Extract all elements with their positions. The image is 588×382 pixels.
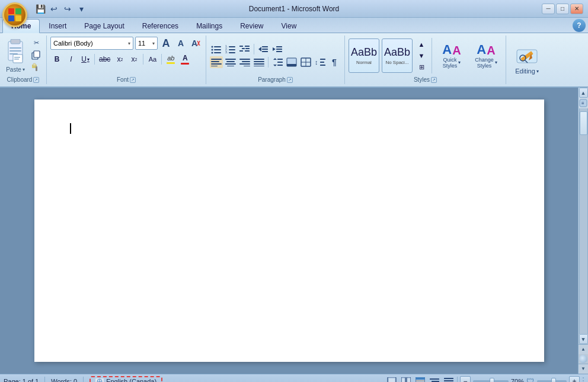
clipboard-expand-icon[interactable]: ↗ bbox=[33, 77, 39, 83]
scroll-thumb[interactable] bbox=[580, 111, 587, 135]
office-button[interactable] bbox=[2, 2, 27, 27]
style-normal-button[interactable]: AaBb Normal bbox=[349, 38, 379, 73]
language-selector[interactable]: English (Canada) bbox=[90, 376, 162, 383]
bold-button[interactable]: B bbox=[50, 53, 63, 66]
font-color-button[interactable]: A bbox=[178, 53, 191, 66]
browse-object-prev-button[interactable]: ≡ bbox=[579, 99, 587, 107]
svg-rect-7 bbox=[14, 59, 19, 60]
italic-button[interactable]: I bbox=[65, 53, 78, 66]
strikethrough-button[interactable]: abc bbox=[97, 53, 112, 66]
tab-mailings[interactable]: Mailings bbox=[187, 18, 231, 33]
subscript-button[interactable]: x2 bbox=[113, 53, 126, 66]
case-change-button[interactable]: Aa bbox=[146, 53, 159, 66]
redo-button[interactable]: ↪ bbox=[62, 3, 74, 15]
view-web-layout-button[interactable] bbox=[414, 376, 426, 383]
sort-button[interactable]: ↕ bbox=[314, 56, 327, 68]
styles-scroll-up-button[interactable]: ▲ bbox=[415, 40, 428, 49]
styles-group: AaBb Normal AaBb No Spaci... ▲ ▼ ⊞ bbox=[345, 36, 506, 84]
view-print-layout-button[interactable] bbox=[386, 376, 398, 383]
zoom-out-button[interactable]: − bbox=[460, 376, 471, 383]
line-spacing-button[interactable] bbox=[271, 56, 284, 68]
select-browse-object-button[interactable] bbox=[579, 355, 587, 363]
svg-rect-25 bbox=[229, 49, 235, 50]
styles-expand-icon[interactable]: ↗ bbox=[431, 77, 437, 83]
window-controls: ─ □ ✕ bbox=[542, 4, 583, 14]
scroll-track[interactable] bbox=[579, 108, 588, 334]
bullets-button[interactable] bbox=[210, 43, 223, 55]
zoom-slider[interactable] bbox=[473, 380, 509, 383]
font-shrink-button[interactable]: A bbox=[174, 37, 187, 50]
view-outline-button[interactable] bbox=[429, 376, 440, 383]
tab-review[interactable]: Review bbox=[231, 18, 272, 33]
restore-button[interactable]: □ bbox=[556, 4, 569, 14]
increase-indent-button[interactable] bbox=[271, 43, 284, 55]
change-styles-button[interactable]: A A ChangeStyles ▾ bbox=[470, 41, 502, 71]
clear-format-button[interactable]: A bbox=[189, 37, 202, 50]
browse-down-button[interactable]: ▼ bbox=[579, 364, 589, 374]
cut-button[interactable]: ✂ bbox=[30, 37, 43, 49]
svg-rect-12 bbox=[33, 63, 36, 66]
zoom-track-thumb[interactable] bbox=[551, 378, 556, 383]
font-expand-icon[interactable]: ↗ bbox=[130, 77, 136, 83]
svg-rect-50 bbox=[239, 59, 250, 60]
view-full-reading-button[interactable] bbox=[400, 376, 412, 383]
editing-button[interactable]: Editing ▾ bbox=[513, 43, 541, 77]
page-info: Page: 1 of 1 bbox=[4, 378, 39, 383]
tab-page-layout[interactable]: Page Layout bbox=[75, 18, 133, 33]
style-no-spacing-button[interactable]: AaBb No Spaci... bbox=[382, 38, 413, 73]
format-painter-button[interactable] bbox=[30, 62, 43, 73]
font-group: Calibri (Body) ▾ 11 ▾ A A A bbox=[47, 36, 206, 84]
justify-button[interactable] bbox=[253, 56, 266, 68]
multilevel-list-button[interactable] bbox=[238, 43, 251, 55]
document-page[interactable] bbox=[34, 99, 544, 362]
view-draft-button[interactable] bbox=[443, 376, 455, 383]
align-center-button[interactable] bbox=[224, 56, 237, 68]
save-button[interactable]: 💾 bbox=[34, 3, 46, 15]
close-button[interactable]: ✕ bbox=[570, 4, 583, 14]
copy-button[interactable] bbox=[30, 49, 43, 61]
svg-rect-45 bbox=[211, 66, 218, 66]
language-text: English (Canada) bbox=[106, 378, 156, 383]
resize-grip[interactable] bbox=[582, 376, 584, 383]
document-area: ▲ ≡ ▼ ▲ ▼ bbox=[0, 88, 588, 374]
svg-rect-64 bbox=[287, 64, 296, 66]
tab-view[interactable]: View bbox=[273, 18, 306, 33]
minimize-button[interactable]: ─ bbox=[542, 4, 555, 14]
tab-references[interactable]: References bbox=[133, 18, 187, 33]
show-marks-button[interactable]: ¶ bbox=[328, 56, 341, 68]
svg-rect-2 bbox=[9, 47, 21, 49]
decrease-indent-button[interactable] bbox=[257, 43, 270, 55]
tab-insert[interactable]: Insert bbox=[40, 18, 75, 33]
scroll-up-button[interactable]: ▲ bbox=[579, 88, 588, 98]
quick-styles-button[interactable]: A A QuickStyles ▾ bbox=[436, 41, 468, 71]
paste-label[interactable]: Paste ▾ bbox=[6, 66, 25, 73]
font-size-selector[interactable]: 11 ▾ bbox=[135, 37, 158, 50]
highlight-color-button[interactable]: ab bbox=[164, 53, 177, 66]
font-grow-button[interactable]: A bbox=[159, 37, 172, 50]
borders-button[interactable] bbox=[299, 56, 312, 68]
svg-text:3.: 3. bbox=[225, 50, 228, 54]
align-right-button[interactable] bbox=[238, 56, 251, 68]
numbering-button[interactable]: 1. 2. 3. bbox=[224, 43, 237, 55]
document-canvas[interactable] bbox=[0, 88, 578, 374]
scroll-down-button[interactable]: ▼ bbox=[579, 334, 588, 344]
shading-button[interactable] bbox=[285, 56, 298, 68]
align-left-button[interactable] bbox=[210, 56, 223, 68]
customize-quick-access-icon[interactable]: ▾ bbox=[75, 3, 87, 15]
zoom-in-button[interactable]: + bbox=[569, 376, 580, 383]
styles-scroll-down-button[interactable]: ▼ bbox=[415, 51, 428, 60]
styles-gallery-button[interactable]: ⊞ bbox=[415, 62, 428, 72]
separator2 bbox=[143, 54, 143, 65]
browse-up-button[interactable]: ▲ bbox=[579, 344, 589, 354]
para-sep2 bbox=[268, 57, 269, 68]
text-cursor bbox=[70, 123, 71, 134]
undo-button[interactable]: ↩ bbox=[48, 3, 60, 15]
paste-button[interactable] bbox=[4, 37, 27, 66]
svg-rect-28 bbox=[239, 46, 243, 47]
font-family-selector[interactable]: Calibri (Body) ▾ bbox=[50, 37, 133, 50]
underline-button[interactable]: U▾ bbox=[79, 53, 92, 66]
zoom-slider-thumb[interactable] bbox=[490, 378, 494, 383]
paragraph-expand-icon[interactable]: ↗ bbox=[287, 77, 293, 83]
superscript-button[interactable]: x2 bbox=[127, 53, 140, 66]
help-button[interactable]: ? bbox=[573, 19, 586, 32]
